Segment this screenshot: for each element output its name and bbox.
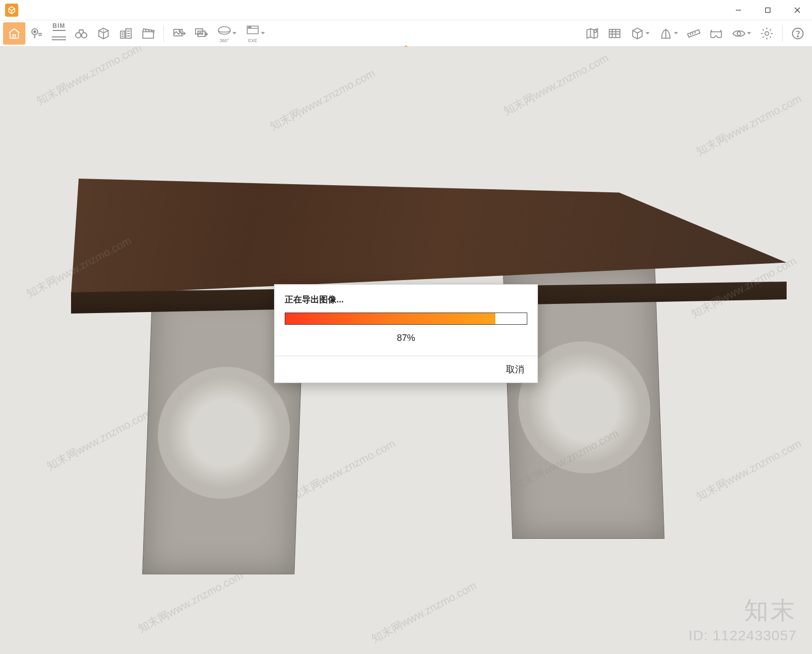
chevron-down-icon [646, 32, 650, 35]
watermark-brand: 知末 ID: 1122433057 [689, 594, 797, 644]
watermark-text: 知末网www.znzmo.com [287, 436, 398, 505]
cube-view-button[interactable] [626, 22, 654, 45]
svg-point-51 [737, 31, 741, 35]
visibility-button[interactable] [727, 22, 756, 45]
chevron-down-icon [232, 32, 236, 35]
svg-point-34 [250, 27, 251, 28]
help-button[interactable] [787, 22, 809, 45]
window-minimize-button[interactable] [724, 0, 753, 20]
watermark-text: 知末网www.znzmo.com [500, 51, 611, 119]
svg-point-37 [594, 29, 596, 32]
bim-button[interactable]: BIM [48, 22, 70, 45]
svg-line-46 [690, 33, 691, 35]
location-pin-button[interactable] [25, 22, 48, 45]
svg-point-25 [179, 30, 181, 31]
titlebar-left [0, 4, 23, 17]
chevron-down-icon [261, 32, 265, 35]
sheet-button[interactable] [603, 22, 626, 45]
export-exe-button[interactable]: EXE [241, 22, 269, 45]
dialog-title: 正在导出图像... [275, 285, 537, 313]
pano-360-label: 360° [220, 38, 229, 43]
nav-cube-button[interactable] [92, 22, 115, 45]
watermark-text: 知末网www.znzmo.com [693, 436, 804, 505]
svg-rect-4 [13, 35, 16, 38]
svg-rect-38 [610, 29, 620, 37]
bim-label: BIM [53, 22, 65, 31]
window-titlebar [0, 0, 812, 20]
window-maximize-button[interactable] [753, 0, 783, 20]
svg-point-6 [34, 30, 36, 32]
brand-name: 知末 [689, 594, 797, 627]
svg-point-9 [76, 32, 81, 38]
progress-percent-label: 87% [275, 325, 537, 356]
export-progress-dialog: 正在导出图像... 87% 取消 [274, 284, 538, 383]
dialog-footer: 取消 [275, 356, 537, 383]
watermark-text: 知末网www.znzmo.com [368, 578, 479, 647]
svg-line-48 [694, 31, 695, 33]
watermark-text: 知末网www.znzmo.com [44, 406, 154, 474]
chevron-down-icon [674, 32, 678, 35]
measure-button[interactable] [683, 22, 705, 45]
watermark-text: 知末网www.znzmo.com [267, 66, 378, 134]
buildings-button[interactable] [115, 22, 137, 45]
rendered-model [25, 179, 787, 295]
cancel-button[interactable]: 取消 [506, 363, 524, 375]
svg-point-52 [765, 31, 768, 35]
app-logo-icon [5, 4, 18, 17]
exe-label: EXE [248, 38, 257, 43]
home-button[interactable] [3, 22, 25, 45]
svg-rect-45 [688, 29, 700, 37]
chevron-down-icon [747, 32, 751, 35]
progress-bar-fill [285, 313, 495, 324]
svg-rect-20 [143, 31, 154, 38]
watermark-text: 知末网www.znzmo.com [33, 47, 144, 109]
toolbar-separator [782, 25, 783, 42]
brand-id: ID: 1122433057 [689, 628, 797, 644]
export-image-button[interactable] [168, 22, 190, 45]
window-close-button[interactable] [783, 0, 812, 20]
window-controls [724, 0, 812, 20]
watermark-text: 知末网www.znzmo.com [693, 91, 804, 160]
main-toolbar: BIM 360° EXE [0, 20, 812, 47]
svg-point-54 [797, 36, 798, 37]
svg-line-47 [692, 32, 693, 35]
section-button[interactable] [654, 22, 683, 45]
panorama-360-button[interactable]: 360° [213, 22, 241, 45]
watermark-text: 知末网www.znzmo.com [135, 568, 246, 637]
toolbar-separator [163, 25, 164, 42]
binoculars-button[interactable] [70, 22, 92, 45]
vr-button[interactable] [705, 22, 727, 45]
svg-rect-1 [766, 8, 770, 12]
svg-point-30 [218, 26, 230, 34]
settings-button[interactable] [756, 22, 778, 45]
svg-point-33 [249, 27, 250, 28]
svg-point-10 [82, 32, 87, 38]
progress-bar [285, 313, 527, 325]
clapperboard-button[interactable] [137, 22, 159, 45]
map-button[interactable] [581, 22, 603, 45]
export-image-batch-button[interactable] [190, 22, 213, 45]
